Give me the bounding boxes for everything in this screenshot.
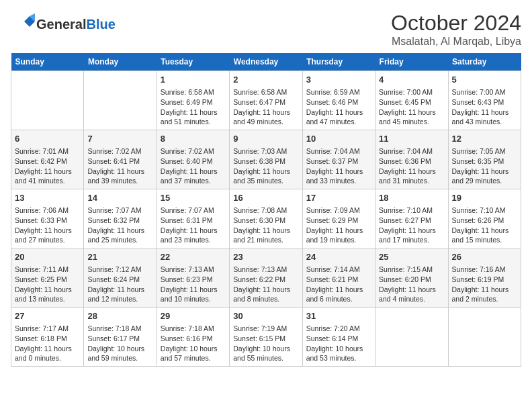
day-info: Sunrise: 7:15 AM Sunset: 6:20 PM Dayligh… <box>379 265 444 304</box>
day-cell: 4Sunrise: 7:00 AM Sunset: 6:45 PM Daylig… <box>375 71 448 130</box>
day-cell: 9Sunrise: 7:03 AM Sunset: 6:38 PM Daylig… <box>230 130 302 189</box>
day-number: 9 <box>233 133 298 145</box>
day-cell: 8Sunrise: 7:02 AM Sunset: 6:40 PM Daylig… <box>157 130 229 189</box>
day-info: Sunrise: 7:02 AM Sunset: 6:41 PM Dayligh… <box>87 146 152 186</box>
week-row-3: 13Sunrise: 7:06 AM Sunset: 6:33 PM Dayli… <box>11 189 521 248</box>
day-cell: 29Sunrise: 7:18 AM Sunset: 6:16 PM Dayli… <box>157 308 229 367</box>
day-number: 14 <box>87 192 152 204</box>
day-cell: 1Sunrise: 6:58 AM Sunset: 6:49 PM Daylig… <box>157 71 229 130</box>
day-info: Sunrise: 7:19 AM Sunset: 6:15 PM Dayligh… <box>233 324 298 363</box>
location-title: Msalatah, Al Marqab, Libya <box>391 36 521 48</box>
day-cell: 30Sunrise: 7:19 AM Sunset: 6:15 PM Dayli… <box>230 308 302 367</box>
day-cell: 12Sunrise: 7:05 AM Sunset: 6:35 PM Dayli… <box>448 130 521 189</box>
day-number: 20 <box>15 251 80 263</box>
day-number: 1 <box>161 74 226 86</box>
day-info: Sunrise: 7:10 AM Sunset: 6:27 PM Dayligh… <box>379 205 444 245</box>
day-cell: 20Sunrise: 7:11 AM Sunset: 6:25 PM Dayli… <box>11 248 84 308</box>
day-cell: 18Sunrise: 7:10 AM Sunset: 6:27 PM Dayli… <box>375 189 448 248</box>
day-number: 12 <box>452 133 517 145</box>
day-info: Sunrise: 7:18 AM Sunset: 6:16 PM Dayligh… <box>161 324 226 363</box>
weekday-header-tuesday: Tuesday <box>157 53 229 71</box>
week-row-2: 6Sunrise: 7:01 AM Sunset: 6:42 PM Daylig… <box>11 130 521 189</box>
day-info: Sunrise: 7:18 AM Sunset: 6:17 PM Dayligh… <box>87 324 152 363</box>
day-info: Sunrise: 6:58 AM Sunset: 6:47 PM Dayligh… <box>233 87 298 127</box>
day-number: 22 <box>161 251 226 263</box>
day-cell: 19Sunrise: 7:10 AM Sunset: 6:26 PM Dayli… <box>448 189 521 248</box>
day-number: 8 <box>161 133 226 145</box>
day-number: 25 <box>379 251 444 263</box>
day-number: 2 <box>233 74 298 86</box>
day-number: 19 <box>452 192 517 204</box>
day-info: Sunrise: 7:16 AM Sunset: 6:19 PM Dayligh… <box>452 265 517 304</box>
day-info: Sunrise: 7:07 AM Sunset: 6:32 PM Dayligh… <box>87 205 152 245</box>
day-number: 5 <box>452 74 517 86</box>
day-cell: 7Sunrise: 7:02 AM Sunset: 6:41 PM Daylig… <box>84 130 157 189</box>
day-info: Sunrise: 7:20 AM Sunset: 6:14 PM Dayligh… <box>306 324 371 363</box>
day-cell: 13Sunrise: 7:06 AM Sunset: 6:33 PM Dayli… <box>11 189 84 248</box>
day-info: Sunrise: 7:04 AM Sunset: 6:36 PM Dayligh… <box>379 146 444 186</box>
day-number: 31 <box>306 310 371 322</box>
day-number: 21 <box>87 251 152 263</box>
day-cell: 15Sunrise: 7:07 AM Sunset: 6:31 PM Dayli… <box>157 189 229 248</box>
day-info: Sunrise: 7:09 AM Sunset: 6:29 PM Dayligh… <box>306 205 371 245</box>
day-number: 3 <box>306 74 371 86</box>
calendar-table: SundayMondayTuesdayWednesdayThursdayFrid… <box>11 53 521 367</box>
logo: GeneralBlue <box>11 11 116 38</box>
weekday-header-monday: Monday <box>84 53 157 71</box>
day-number: 29 <box>161 310 226 322</box>
day-info: Sunrise: 7:04 AM Sunset: 6:37 PM Dayligh… <box>306 146 371 186</box>
day-info: Sunrise: 7:10 AM Sunset: 6:26 PM Dayligh… <box>452 205 517 245</box>
day-cell <box>375 308 448 367</box>
title-block: October 2024 Msalatah, Al Marqab, Libya <box>391 11 521 48</box>
day-cell: 28Sunrise: 7:18 AM Sunset: 6:17 PM Dayli… <box>84 308 157 367</box>
day-number: 16 <box>233 192 298 204</box>
day-info: Sunrise: 7:12 AM Sunset: 6:24 PM Dayligh… <box>87 265 152 304</box>
day-cell <box>448 308 521 367</box>
day-info: Sunrise: 7:03 AM Sunset: 6:38 PM Dayligh… <box>233 146 298 186</box>
day-info: Sunrise: 7:14 AM Sunset: 6:21 PM Dayligh… <box>306 265 371 304</box>
day-cell: 14Sunrise: 7:07 AM Sunset: 6:32 PM Dayli… <box>84 189 157 248</box>
weekday-header-sunday: Sunday <box>11 53 84 71</box>
day-number: 23 <box>233 251 298 263</box>
day-number: 10 <box>306 133 371 145</box>
day-info: Sunrise: 7:08 AM Sunset: 6:30 PM Dayligh… <box>233 205 298 245</box>
day-info: Sunrise: 7:01 AM Sunset: 6:42 PM Dayligh… <box>15 146 80 186</box>
day-number: 27 <box>15 310 80 322</box>
day-number: 30 <box>233 310 298 322</box>
day-info: Sunrise: 7:00 AM Sunset: 6:43 PM Dayligh… <box>452 87 517 127</box>
day-info: Sunrise: 7:13 AM Sunset: 6:23 PM Dayligh… <box>161 265 226 304</box>
week-row-1: 1Sunrise: 6:58 AM Sunset: 6:49 PM Daylig… <box>11 71 521 130</box>
day-cell: 26Sunrise: 7:16 AM Sunset: 6:19 PM Dayli… <box>448 248 521 308</box>
logo-icon <box>11 11 35 35</box>
logo-general: GeneralBlue <box>36 17 116 32</box>
day-cell: 6Sunrise: 7:01 AM Sunset: 6:42 PM Daylig… <box>11 130 84 189</box>
day-cell: 10Sunrise: 7:04 AM Sunset: 6:37 PM Dayli… <box>302 130 375 189</box>
week-row-5: 27Sunrise: 7:17 AM Sunset: 6:18 PM Dayli… <box>11 308 521 367</box>
day-cell <box>84 71 157 130</box>
day-info: Sunrise: 7:06 AM Sunset: 6:33 PM Dayligh… <box>15 205 80 245</box>
day-cell: 25Sunrise: 7:15 AM Sunset: 6:20 PM Dayli… <box>375 248 448 308</box>
day-info: Sunrise: 7:13 AM Sunset: 6:22 PM Dayligh… <box>233 265 298 304</box>
week-row-4: 20Sunrise: 7:11 AM Sunset: 6:25 PM Dayli… <box>11 248 521 308</box>
day-info: Sunrise: 6:59 AM Sunset: 6:46 PM Dayligh… <box>306 87 371 127</box>
day-number: 26 <box>452 251 517 263</box>
weekday-header-saturday: Saturday <box>448 53 521 71</box>
day-number: 28 <box>87 310 152 322</box>
day-info: Sunrise: 7:00 AM Sunset: 6:45 PM Dayligh… <box>379 87 444 127</box>
page-header: GeneralBlue October 2024 Msalatah, Al Ma… <box>11 11 521 48</box>
day-number: 11 <box>379 133 444 145</box>
day-info: Sunrise: 7:05 AM Sunset: 6:35 PM Dayligh… <box>452 146 517 186</box>
day-cell: 27Sunrise: 7:17 AM Sunset: 6:18 PM Dayli… <box>11 308 84 367</box>
day-cell <box>11 71 84 130</box>
day-number: 13 <box>15 192 80 204</box>
day-info: Sunrise: 7:02 AM Sunset: 6:40 PM Dayligh… <box>161 146 226 186</box>
day-number: 6 <box>15 133 80 145</box>
month-title: October 2024 <box>391 11 521 36</box>
day-cell: 5Sunrise: 7:00 AM Sunset: 6:43 PM Daylig… <box>448 71 521 130</box>
day-info: Sunrise: 7:07 AM Sunset: 6:31 PM Dayligh… <box>161 205 226 245</box>
day-number: 24 <box>306 251 371 263</box>
day-info: Sunrise: 6:58 AM Sunset: 6:49 PM Dayligh… <box>161 87 226 127</box>
day-cell: 16Sunrise: 7:08 AM Sunset: 6:30 PM Dayli… <box>230 189 302 248</box>
day-cell: 22Sunrise: 7:13 AM Sunset: 6:23 PM Dayli… <box>157 248 229 308</box>
day-number: 4 <box>379 74 444 86</box>
